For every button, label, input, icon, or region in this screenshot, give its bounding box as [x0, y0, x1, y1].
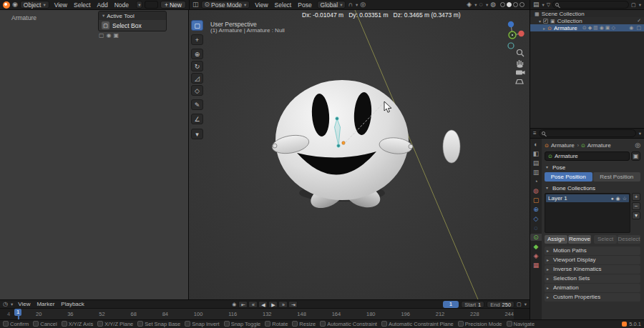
shading-type-dropdown[interactable]: Object ▾: [20, 1, 49, 9]
overlay-options-icon[interactable]: ▾: [486, 2, 488, 8]
bone-collections-list[interactable]: Layer 1 ● ◉ ☆: [545, 193, 630, 233]
breadcrumb-data[interactable]: Armature: [587, 142, 611, 149]
tool-rotate[interactable]: ↻: [191, 61, 203, 71]
select-button[interactable]: Select: [594, 235, 617, 244]
add-collection-button[interactable]: +: [632, 193, 640, 201]
data-icon[interactable]: ◆: [588, 25, 592, 31]
collapsed-panel[interactable]: Custom Properties: [545, 293, 640, 302]
datablock-options-button[interactable]: ▣: [631, 151, 640, 161]
tool-move[interactable]: ⊕: [191, 49, 203, 59]
new-material-button[interactable]: + New: [160, 1, 186, 9]
datablock-name-field[interactable]: ⊙ Armature: [545, 151, 630, 161]
remove-button[interactable]: Remove: [568, 235, 591, 244]
snap-magnet-icon[interactable]: ∩: [348, 1, 352, 8]
next-keyframe-button[interactable]: »: [278, 301, 288, 308]
tab-bone[interactable]: ◆: [530, 243, 542, 250]
tool-extra[interactable]: ▾: [191, 129, 203, 139]
editor-type-icon[interactable]: ◫: [192, 1, 199, 8]
menu-item[interactable]: Playback: [58, 300, 87, 308]
properties-options-icon[interactable]: ▾: [639, 131, 641, 136]
chevron-down-icon[interactable]: ▾: [525, 302, 527, 307]
tool-select-box[interactable]: ▢: [191, 20, 203, 31]
properties-search-input[interactable]: [539, 129, 636, 137]
tab-view-layer[interactable]: ▥: [530, 169, 542, 176]
collapsed-panel[interactable]: Viewport Display: [545, 256, 640, 264]
viewport-canvas[interactable]: [189, 10, 530, 299]
shader-editor-canvas[interactable]: Armature ▾ Active Tool ▢ Select Box ▢ ◉ …: [0, 10, 189, 299]
collapsed-panel[interactable]: Inverse Kinematics: [545, 265, 640, 274]
deselect-button[interactable]: Deselect: [618, 235, 640, 244]
solo-star-icon[interactable]: ☆: [623, 196, 627, 202]
tab-armature-data[interactable]: ⊙: [530, 234, 542, 241]
breadcrumb-object[interactable]: Armature: [551, 142, 575, 149]
xray-toggle-icon[interactable]: ◍: [490, 1, 496, 8]
transform-orientation-dropdown[interactable]: Global ▾: [317, 1, 346, 9]
editor-type-icon[interactable]: ≡: [533, 131, 537, 136]
disable-viewport-icon[interactable]: ▢: [636, 25, 641, 31]
camera-view-icon[interactable]: [516, 71, 522, 75]
tool-transform[interactable]: ◇: [191, 85, 203, 96]
material-shading-icon[interactable]: [513, 2, 518, 7]
bone-collection-item[interactable]: Layer 1 ● ◉ ☆: [546, 194, 629, 202]
menu-item[interactable]: View: [15, 300, 33, 308]
menu-item[interactable]: View: [52, 1, 70, 9]
collapsed-panel[interactable]: Selection Sets: [545, 274, 640, 283]
active-tool-panel-header[interactable]: ▾ Active Tool: [99, 11, 166, 20]
menu-item[interactable]: Pose: [295, 1, 314, 9]
tab-material[interactable]: ◈: [530, 252, 542, 259]
menu-item[interactable]: Select: [71, 1, 94, 9]
filter-options-icon[interactable]: ▢: [631, 2, 636, 7]
visibility-eye-icon[interactable]: ◉: [616, 196, 620, 202]
rest-position-button[interactable]: Rest Position: [593, 172, 641, 182]
auto-keying-record-icon[interactable]: ◉: [232, 302, 236, 307]
expand-caret-icon[interactable]: ▾: [539, 19, 541, 24]
update-notice-icon[interactable]: [622, 322, 627, 327]
data-icon[interactable]: ◉: [600, 25, 604, 31]
viewport[interactable]: Dx: -0.01047 m Dy: 0.03351 m Dz: 0.3465 …: [189, 10, 530, 299]
axis-z-handle[interactable]: [508, 21, 514, 27]
show-gizmo-icon[interactable]: ◈: [467, 1, 472, 8]
data-icon[interactable]: ⊙: [582, 25, 587, 31]
bone-head[interactable]: [336, 117, 339, 121]
play-button[interactable]: ▶: [268, 301, 278, 308]
menu-item[interactable]: Select: [272, 1, 295, 9]
outliner-row-collection[interactable]: ▾ ▣ Collection ✓: [530, 17, 644, 24]
tab-output[interactable]: ▤: [530, 159, 542, 167]
jump-to-start-button[interactable]: ⇤: [238, 301, 248, 308]
pin-icon[interactable]: ◎: [635, 142, 640, 149]
remove-collection-button[interactable]: −: [632, 202, 640, 210]
menu-item[interactable]: Marker: [34, 300, 57, 308]
mode-dropdown[interactable]: ⊙ Pose Mode ▾: [201, 1, 250, 9]
tool-cursor[interactable]: +: [191, 34, 203, 45]
collection-specials-button[interactable]: ▾: [632, 212, 640, 219]
tab-scene[interactable]: ◔: [530, 178, 542, 185]
outliner-row-armature[interactable]: ▸ ⊙ Armature ⊙◆▥◉▣◇ ◉ ▢: [530, 24, 644, 31]
tool-annotate[interactable]: ✎: [191, 99, 203, 110]
editor-type-icon[interactable]: ◷: [3, 302, 8, 307]
pose-position-button[interactable]: Pose Position: [545, 172, 592, 182]
proportional-editing-icon[interactable]: ◎: [360, 1, 366, 8]
collapsed-panel[interactable]: Motion Paths: [545, 247, 640, 255]
tab-particles[interactable]: ◇: [530, 215, 542, 222]
collapsed-panel[interactable]: Animation: [545, 284, 640, 292]
menu-item[interactable]: Node: [112, 1, 132, 9]
tab-world[interactable]: ◍: [530, 187, 542, 194]
view-tab-icon[interactable]: ◉: [107, 32, 112, 39]
playhead-frame-label[interactable]: 1: [14, 309, 21, 316]
tool-tab-icon[interactable]: ▢: [99, 32, 104, 39]
tab-modifiers[interactable]: ⊕: [530, 206, 542, 213]
prev-keyframe-button[interactable]: «: [248, 301, 258, 308]
solid-shading-icon[interactable]: [507, 2, 512, 7]
bone-tail[interactable]: [337, 144, 341, 148]
assign-button[interactable]: Assign: [545, 235, 567, 244]
editor-type-icon[interactable]: ◉: [12, 1, 18, 8]
menu-item[interactable]: Add: [94, 1, 111, 9]
collection-checkbox[interactable]: [543, 19, 548, 24]
rendered-shading-icon[interactable]: [519, 2, 525, 7]
tool-measure[interactable]: ∠: [191, 114, 203, 124]
wireframe-shading-icon[interactable]: [500, 2, 505, 7]
snap-options-icon[interactable]: ▾: [356, 2, 358, 8]
gizmo-options-icon[interactable]: ▾: [474, 2, 477, 8]
editor-type-icon[interactable]: ▤: [533, 1, 540, 8]
chevron-down-icon[interactable]: ▾: [639, 2, 641, 8]
